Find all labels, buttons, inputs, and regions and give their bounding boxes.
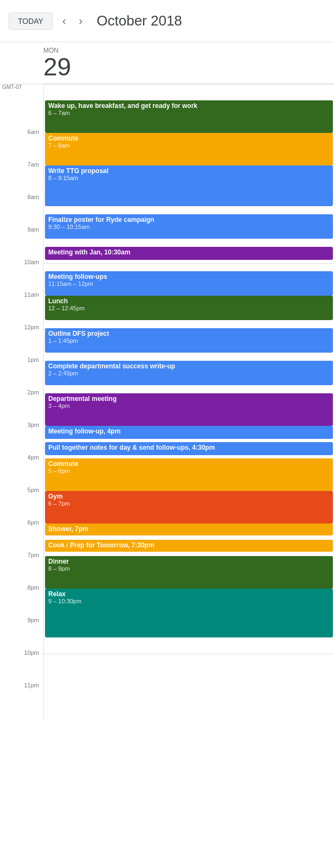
event-title-1: Commute xyxy=(48,135,330,142)
time-slot-7am: 7am xyxy=(0,165,43,198)
event-11[interactable]: Pull together notes for day & send follo… xyxy=(45,442,333,455)
event-time-12: 5 – 6pm xyxy=(48,468,330,474)
event-time-17: 9 – 10:30pm xyxy=(48,598,330,604)
event-6[interactable]: Lunch12 – 12:45pm xyxy=(45,296,333,320)
event-title-17: Relax xyxy=(48,590,330,598)
time-slot-10pm: 10pm xyxy=(0,654,43,686)
time-slot-8pm: 8pm xyxy=(0,589,43,621)
time-label-5pm: 5pm xyxy=(28,487,39,493)
event-time-5: 11:15am – 12pm xyxy=(48,280,330,287)
event-title-10: Meeting follow-up, 4pm xyxy=(48,427,330,435)
event-title-16: Dinner xyxy=(48,558,330,565)
day-number: 29 xyxy=(43,54,71,79)
time-label-8pm: 8pm xyxy=(28,584,39,591)
event-title-2: Write TTG proposal xyxy=(48,167,330,175)
time-label-10pm: 10pm xyxy=(24,649,39,656)
time-slot-3pm: 3pm xyxy=(0,426,43,458)
month-title: October 2018 xyxy=(97,12,182,29)
time-slot-9pm: 9pm xyxy=(0,621,43,654)
time-slot-5pm: 5pm xyxy=(0,491,43,524)
time-slot-7pm: 7pm xyxy=(0,556,43,589)
time-label-9am: 9am xyxy=(28,226,39,233)
event-time-9: 3 – 4pm xyxy=(48,403,330,409)
event-2[interactable]: Write TTG proposal8 – 9:15am xyxy=(45,165,333,206)
event-title-6: Lunch xyxy=(48,297,330,305)
event-14[interactable]: Shower, 7pm xyxy=(45,524,333,535)
time-label-3pm: 3pm xyxy=(28,422,39,428)
event-1[interactable]: Commute7 – 8am xyxy=(45,133,333,165)
time-slot-12pm: 12pm xyxy=(0,328,43,361)
time-slot-5am xyxy=(0,100,43,133)
event-time-3: 9:30 – 10:15am xyxy=(48,224,330,230)
time-slot-6am: 6am xyxy=(0,133,43,165)
event-title-0: Wake up, have breakfast, and get ready f… xyxy=(48,102,330,110)
time-slot-6pm: 6pm xyxy=(0,524,43,556)
time-label-2pm: 2pm xyxy=(28,389,39,395)
event-title-7: Outline DFS project xyxy=(48,330,330,337)
time-label-10am: 10am xyxy=(24,259,39,265)
event-13[interactable]: Gym6 – 7pm xyxy=(45,491,333,524)
event-title-15: Cook / Prep for Tomorrow, 7:30pm xyxy=(48,541,330,549)
today-button[interactable]: TODAY xyxy=(9,12,53,30)
event-title-12: Commute xyxy=(48,460,330,468)
time-label-12pm: 12pm xyxy=(24,324,39,330)
event-title-14: Shower, 7pm xyxy=(48,525,330,533)
event-16[interactable]: Dinner8 – 9pm xyxy=(45,556,333,589)
time-slot-10am: 10am xyxy=(0,263,43,296)
event-17[interactable]: Relax9 – 10:30pm xyxy=(45,589,333,637)
time-label-11am: 11am xyxy=(24,291,39,298)
time-slot-11pm: 11pm xyxy=(0,686,43,719)
event-time-2: 8 – 9:15am xyxy=(48,175,330,181)
event-9[interactable]: Departmental meeting3 – 4pm xyxy=(45,393,333,426)
event-title-9: Departmental meeting xyxy=(48,395,330,403)
event-time-7: 1 – 1:45pm xyxy=(48,337,330,344)
calendar-header: TODAY ‹ › October 2018 xyxy=(0,0,334,42)
event-time-0: 6 – 7am xyxy=(48,110,330,116)
day-header: Mon 29 xyxy=(0,42,334,84)
time-label-9pm: 9pm xyxy=(28,617,39,623)
time-slot-11am: 11am xyxy=(0,296,43,328)
event-0[interactable]: Wake up, have breakfast, and get ready f… xyxy=(45,100,333,133)
time-label-1pm: 1pm xyxy=(28,356,39,363)
time-slot-9am: 9am xyxy=(0,231,43,263)
event-title-5: Meeting follow-ups xyxy=(48,273,330,280)
time-label-11pm: 11pm xyxy=(24,682,39,688)
prev-button[interactable]: ‹ xyxy=(59,12,69,29)
event-time-8: 2 – 2:45pm xyxy=(48,370,330,376)
time-slot-4pm: 4pm xyxy=(0,458,43,491)
time-slot-8am: 8am xyxy=(0,198,43,231)
event-title-8: Complete departmental success write-up xyxy=(48,362,330,370)
event-title-4: Meeting with Jan, 10:30am xyxy=(48,248,330,256)
event-time-6: 12 – 12:45pm xyxy=(48,305,330,311)
time-label-6pm: 6pm xyxy=(28,519,39,526)
gmt-label: GMT-07 xyxy=(2,84,22,90)
time-label-4pm: 4pm xyxy=(28,454,39,461)
time-label-8am: 8am xyxy=(28,194,39,200)
events-column: Wake up, have breakfast, and get ready f… xyxy=(43,84,334,719)
time-label-6am: 6am xyxy=(28,129,39,135)
event-title-13: Gym xyxy=(48,493,330,500)
time-label-7pm: 7pm xyxy=(28,552,39,558)
event-10[interactable]: Meeting follow-up, 4pm xyxy=(45,426,333,439)
event-time-13: 6 – 7pm xyxy=(48,500,330,507)
event-12[interactable]: Commute5 – 6pm xyxy=(45,458,333,491)
next-button[interactable]: › xyxy=(76,12,86,29)
time-slot-2pm: 2pm xyxy=(0,393,43,426)
event-4[interactable]: Meeting with Jan, 10:30am xyxy=(45,247,333,260)
event-5[interactable]: Meeting follow-ups11:15am – 12pm xyxy=(45,271,333,296)
event-3[interactable]: Finalize poster for Ryde campaign9:30 – … xyxy=(45,214,333,239)
event-8[interactable]: Complete departmental success write-up2 … xyxy=(45,361,333,385)
event-title-11: Pull together notes for day & send follo… xyxy=(48,444,330,451)
time-slot-1pm: 1pm xyxy=(0,361,43,393)
event-15[interactable]: Cook / Prep for Tomorrow, 7:30pm xyxy=(45,540,333,552)
event-title-3: Finalize poster for Ryde campaign xyxy=(48,216,330,224)
time-label-7am: 7am xyxy=(28,161,39,168)
event-time-1: 7 – 8am xyxy=(48,142,330,149)
calendar-body: GMT-07 6am 7am 8am 9am 10am 11am 12pm 1p… xyxy=(0,84,334,719)
event-7[interactable]: Outline DFS project1 – 1:45pm xyxy=(45,328,333,353)
event-time-16: 8 – 9pm xyxy=(48,565,330,572)
time-column: GMT-07 6am 7am 8am 9am 10am 11am 12pm 1p… xyxy=(0,84,43,719)
